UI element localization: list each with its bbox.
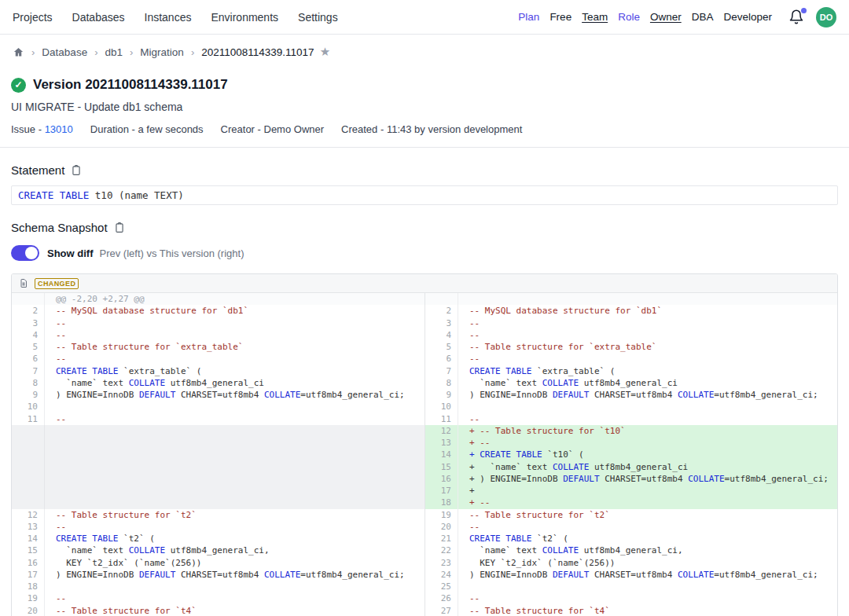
diff-line: 20-- xyxy=(425,521,837,533)
line-number: 7 xyxy=(12,365,45,377)
breadcrumb-item-database[interactable]: Database xyxy=(42,46,87,58)
show-diff-row: Show diff Prev (left) vs This version (r… xyxy=(11,245,838,261)
line-content: -- Table structure for `t2` xyxy=(458,509,837,521)
diff-line xyxy=(12,473,424,485)
line-content: -- xyxy=(45,317,424,329)
line-number: 24 xyxy=(425,569,458,581)
line-content: + ) ENGINE=InnoDB DEFAULT CHARSET=utf8mb… xyxy=(458,473,837,485)
line-content: `name` text COLLATE utf8mb4_general_ci xyxy=(458,377,837,389)
account-strip: PlanFreeTeamRoleOwnerDBADeveloper DO xyxy=(518,7,836,28)
diff-line: 7CREATE TABLE `extra_table` ( xyxy=(12,365,424,377)
line-number: 5 xyxy=(12,341,45,353)
show-diff-toggle[interactable] xyxy=(11,245,39,261)
line-content xyxy=(45,425,424,437)
diff-line: 7CREATE TABLE `extra_table` ( xyxy=(425,365,837,377)
line-number: 18 xyxy=(12,581,45,592)
diff-line: 14CREATE TABLE `t2` ( xyxy=(12,533,424,544)
diff-pane-current: 2-- MySQL database structure for `db1`3-… xyxy=(424,293,837,616)
diff-line: 4-- xyxy=(425,329,837,341)
diff-line: 24) ENGINE=InnoDB DEFAULT CHARSET=utf8mb… xyxy=(425,569,837,581)
line-number: 14 xyxy=(12,533,45,544)
line-number: 19 xyxy=(12,592,45,604)
diff-line: 5-- Table structure for `extra_table` xyxy=(425,341,837,353)
line-number: 17 xyxy=(12,569,45,581)
notification-bell-button[interactable] xyxy=(788,9,806,26)
account-label-team[interactable]: Team xyxy=(582,11,608,23)
copy-statement-button[interactable] xyxy=(71,164,82,176)
line-content xyxy=(45,449,424,460)
line-number: 7 xyxy=(425,365,458,377)
diff-line: @@ -2,20 +2,27 @@ xyxy=(12,293,424,305)
line-number: 19 xyxy=(425,509,458,521)
line-number: 16 xyxy=(425,473,458,485)
diff-line: 9) ENGINE=InnoDB DEFAULT CHARSET=utf8mb4… xyxy=(12,389,424,401)
line-content: KEY `t2_idx` (`name`(256)) xyxy=(458,557,837,569)
home-icon[interactable] xyxy=(13,46,24,58)
breadcrumb-item-migration[interactable]: Migration xyxy=(140,46,184,58)
line-number: 20 xyxy=(12,605,45,616)
statement-heading: Statement xyxy=(11,163,64,177)
line-number: 21 xyxy=(425,533,458,544)
diff-line: 9) ENGINE=InnoDB DEFAULT CHARSET=utf8mb4… xyxy=(425,389,837,401)
diff-line: 11-- xyxy=(12,413,424,425)
line-number: 13 xyxy=(425,437,458,449)
line-content xyxy=(45,581,424,592)
diff-line: 22 `name` text COLLATE utf8mb4_general_c… xyxy=(425,544,837,556)
diff-line: 11-- xyxy=(425,413,837,425)
avatar[interactable]: DO xyxy=(816,7,836,28)
line-number: 27 xyxy=(425,605,458,616)
nav-item-settings[interactable]: Settings xyxy=(298,11,338,24)
notification-dot xyxy=(801,8,807,13)
line-content: @@ -2,20 +2,27 @@ xyxy=(45,293,424,305)
diff-line xyxy=(12,449,424,460)
diff-body: @@ -2,20 +2,27 @@2-- MySQL database stru… xyxy=(12,293,837,616)
line-number xyxy=(12,293,45,305)
show-diff-label: Show diff xyxy=(47,248,94,259)
success-check-icon: ✓ xyxy=(11,78,26,93)
account-label-developer: Developer xyxy=(723,11,772,23)
line-content xyxy=(45,497,424,508)
breadcrumb-items: ›Database›db1›Migration›20211008114339.1… xyxy=(31,46,314,58)
line-number: 4 xyxy=(425,329,458,341)
line-content xyxy=(458,581,837,592)
line-content: -- Table structure for `extra_table` xyxy=(458,341,837,353)
line-content: `name` text COLLATE utf8mb4_general_ci, xyxy=(45,544,424,556)
line-number: 11 xyxy=(425,413,458,425)
diff-line: 19-- Table structure for `t2` xyxy=(425,509,837,521)
diff-line: 18 xyxy=(12,581,424,592)
snapshot-heading-row: Schema Snapshot xyxy=(11,221,838,234)
issue-link[interactable]: 13010 xyxy=(45,123,73,135)
nav-item-databases[interactable]: Databases xyxy=(72,11,125,24)
line-content: -- Table structure for `extra_table` xyxy=(45,341,424,353)
diff-line: 17+ xyxy=(425,485,837,497)
line-number: 6 xyxy=(425,353,458,365)
copy-snapshot-button[interactable] xyxy=(114,222,125,233)
diff-viewer[interactable]: CHANGED @@ -2,20 +2,27 @@2-- MySQL datab… xyxy=(11,273,838,616)
diff-line: 25 xyxy=(425,581,837,592)
account-label-owner[interactable]: Owner xyxy=(650,11,682,23)
diff-line: 12+ -- Table structure for `t10` xyxy=(425,425,837,437)
nav-item-instances[interactable]: Instances xyxy=(145,11,192,24)
line-content: CREATE TABLE `extra_table` ( xyxy=(458,365,837,377)
star-icon[interactable]: ★ xyxy=(320,45,330,59)
line-number: 22 xyxy=(425,544,458,556)
nav-item-environments[interactable]: Environments xyxy=(211,11,278,24)
diff-line xyxy=(12,497,424,508)
statement-heading-row: Statement xyxy=(11,163,838,177)
diff-line: 16 KEY `t2_idx` (`name`(256)) xyxy=(12,557,424,569)
line-content: -- xyxy=(458,413,837,425)
diff-line xyxy=(425,293,837,305)
file-icon xyxy=(19,278,28,288)
page-title: Version 20211008114339.11017 xyxy=(33,77,228,93)
line-content xyxy=(45,437,424,449)
line-number: 14 xyxy=(425,449,458,460)
diff-line: 3-- xyxy=(12,317,424,329)
diff-line: 15 `name` text COLLATE utf8mb4_general_c… xyxy=(12,544,424,556)
version-meta: Issue - 13010 Duration - a few seconds C… xyxy=(11,123,838,135)
line-content: + -- Table structure for `t10` xyxy=(458,425,837,437)
diff-line: 13+ -- xyxy=(425,437,837,449)
breadcrumb-item-db1[interactable]: db1 xyxy=(105,46,123,58)
chevron-right-icon: › xyxy=(130,46,133,58)
line-content xyxy=(45,461,424,473)
nav-item-projects[interactable]: Projects xyxy=(13,11,53,24)
